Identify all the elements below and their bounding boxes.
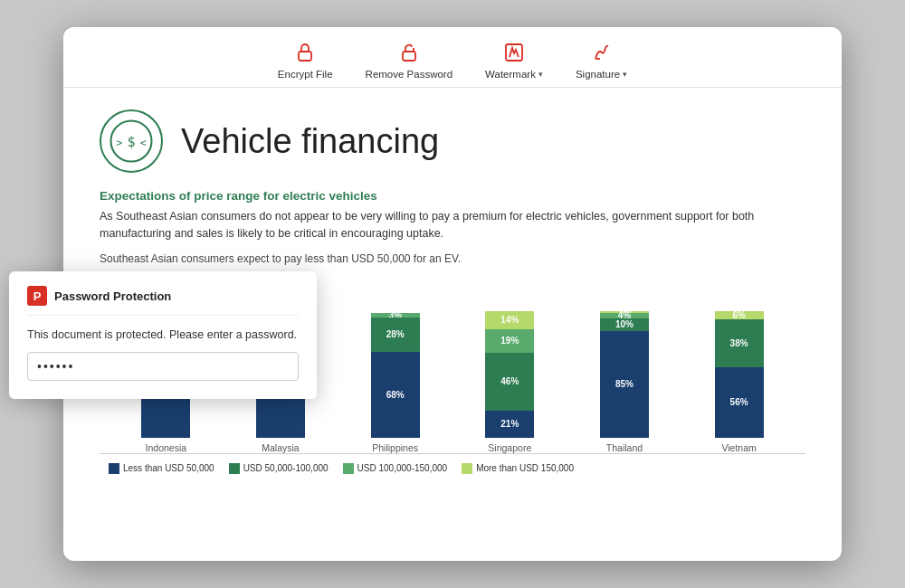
legend-color <box>109 463 119 474</box>
bar-segment: 10% <box>600 318 649 331</box>
bar-segment: 14% <box>485 311 534 329</box>
bar-group: 1%4%10%85%Thailand <box>588 311 661 453</box>
signature-icon <box>589 40 614 65</box>
encrypt-label: Encrypt File <box>278 69 333 80</box>
bar: 3%28%68% <box>371 313 420 438</box>
toolbar: Encrypt File Remove Password Watermark <box>63 27 842 88</box>
svg-rect-0 <box>299 52 311 61</box>
legend-item: Less than USD 50,000 <box>109 463 214 474</box>
bar-segment: 6% <box>715 311 764 319</box>
legend-color <box>343 463 354 474</box>
bar: 6%38%56% <box>715 311 764 438</box>
legend-item: More than USD 150,000 <box>462 463 574 474</box>
legend-item: USD 100,000-150,000 <box>343 463 448 474</box>
bar: 1%4%10%85% <box>600 311 649 438</box>
dialog-header: P Password Protection <box>27 286 299 316</box>
device-frame: Encrypt File Remove Password Watermark <box>63 27 842 561</box>
encrypt-icon <box>292 40 318 65</box>
doc-title: Vehicle financing <box>181 122 439 161</box>
bar-group: 6%38%56%Vietnam <box>703 311 776 453</box>
bar-label: Thailand <box>606 442 643 453</box>
password-input[interactable] <box>27 352 299 381</box>
watermark-button[interactable]: Watermark ▾ <box>469 34 559 87</box>
svg-text:<: < <box>140 137 147 149</box>
bar-label: Indonesia <box>146 442 187 453</box>
dialog-title: Password Protection <box>54 289 171 303</box>
signature-dropdown-arrow: ▾ <box>623 70 627 79</box>
password-dialog: P Password Protection This document is p… <box>9 271 317 399</box>
bar-segment: 46% <box>485 353 534 411</box>
encrypt-button[interactable]: Encrypt File <box>262 34 349 87</box>
remove-password-icon <box>396 40 422 65</box>
dialog-message: This document is protected. Please enter… <box>27 328 299 341</box>
watermark-label: Watermark ▾ <box>485 69 543 80</box>
bar-label: Singapore <box>488 442 531 453</box>
legend-color <box>229 463 240 474</box>
svg-text:$: $ <box>127 134 135 150</box>
svg-text:>: > <box>116 137 122 149</box>
signature-label: Signature ▾ <box>576 69 627 80</box>
section-text: As Southeast Asian consumers do not appe… <box>100 208 805 243</box>
legend-label: USD 100,000-150,000 <box>357 463 448 473</box>
legend-item: USD 50,000-100,000 <box>229 463 329 474</box>
bar-segment: 19% <box>485 329 534 353</box>
bar-segment: 56% <box>715 367 764 438</box>
svg-rect-1 <box>403 52 415 61</box>
doc-header: $ > < Vehicle financing <box>100 109 805 173</box>
bar-label: Philippines <box>372 442 418 453</box>
doc-logo: $ > < <box>100 109 163 173</box>
chart-subtitle: Southeast Asian consumers expect to pay … <box>100 252 805 265</box>
legend-label: Less than USD 50,000 <box>123 463 214 473</box>
bar-segment: 38% <box>715 319 764 367</box>
chart-legend: Less than USD 50,000USD 50,000-100,000US… <box>100 463 805 474</box>
remove-password-label: Remove Password <box>366 69 453 80</box>
remove-password-button[interactable]: Remove Password <box>349 34 470 87</box>
bar: 14%19%46%21% <box>485 311 534 438</box>
legend-label: USD 50,000-100,000 <box>243 463 329 473</box>
bar-group: 14%19%46%21%Singapore <box>473 311 546 453</box>
bar-label: Malaysia <box>262 442 299 453</box>
legend-label: More than USD 150,000 <box>476 463 574 473</box>
dialog-app-icon: P <box>27 286 47 306</box>
bar-segment: 28% <box>371 318 420 352</box>
watermark-icon <box>501 40 527 65</box>
bar-segment: 21% <box>485 411 534 438</box>
bar-group: 3%28%68%Philippines <box>359 313 432 453</box>
bar-segment: 85% <box>600 331 649 438</box>
bar-segment: 68% <box>371 352 420 438</box>
section-title: Expectations of price range for electric… <box>100 189 805 203</box>
bar-label: Vietnam <box>721 442 756 453</box>
signature-button[interactable]: Signature ▾ <box>559 34 643 87</box>
legend-color <box>462 463 472 474</box>
watermark-dropdown-arrow: ▾ <box>538 70 543 79</box>
